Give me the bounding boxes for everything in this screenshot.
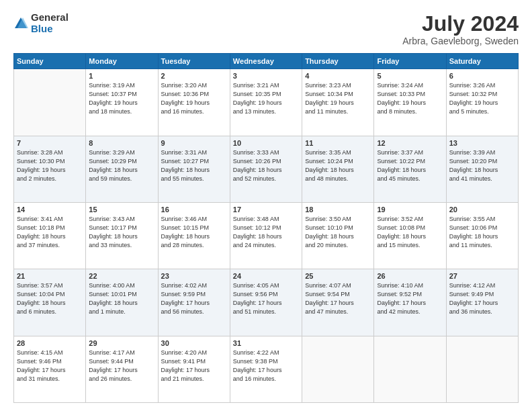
logo: General Blue <box>13 12 69 34</box>
col-wednesday: Wednesday <box>230 54 302 69</box>
logo-general: General <box>31 12 69 24</box>
logo-text: General Blue <box>31 12 69 34</box>
day-info: Sunrise: 4:10 AM Sunset: 9:52 PM Dayligh… <box>377 281 443 316</box>
day-number: 16 <box>161 205 227 214</box>
table-row: 9Sunrise: 3:31 AM Sunset: 10:27 PM Dayli… <box>158 136 230 202</box>
day-number: 7 <box>17 139 83 147</box>
day-number: 24 <box>233 272 299 280</box>
day-info: Sunrise: 3:24 AM Sunset: 10:33 PM Daylig… <box>377 81 443 116</box>
day-info: Sunrise: 3:31 AM Sunset: 10:27 PM Daylig… <box>161 148 227 183</box>
day-number: 15 <box>89 205 154 214</box>
table-row: 21Sunrise: 3:57 AM Sunset: 10:04 PM Dayl… <box>14 269 86 336</box>
table-row: 14Sunrise: 3:41 AM Sunset: 10:18 PM Dayl… <box>14 202 86 269</box>
day-number: 28 <box>17 339 83 347</box>
col-saturday: Saturday <box>446 54 518 69</box>
col-tuesday: Tuesday <box>158 54 230 69</box>
day-number: 14 <box>17 205 83 214</box>
day-number: 6 <box>449 72 515 80</box>
day-info: Sunrise: 3:20 AM Sunset: 10:36 PM Daylig… <box>161 81 227 116</box>
calendar-header-row: Sunday Monday Tuesday Wednesday Thursday… <box>14 54 519 69</box>
table-row <box>14 69 86 136</box>
day-info: Sunrise: 4:12 AM Sunset: 9:49 PM Dayligh… <box>449 281 515 316</box>
day-number: 30 <box>161 339 227 347</box>
day-info: Sunrise: 3:21 AM Sunset: 10:35 PM Daylig… <box>233 81 299 116</box>
table-row: 2Sunrise: 3:20 AM Sunset: 10:36 PM Dayli… <box>158 69 230 136</box>
calendar-week-row: 21Sunrise: 3:57 AM Sunset: 10:04 PM Dayl… <box>14 269 519 336</box>
day-info: Sunrise: 3:29 AM Sunset: 10:29 PM Daylig… <box>89 148 154 183</box>
table-row: 13Sunrise: 3:39 AM Sunset: 10:20 PM Dayl… <box>446 136 518 202</box>
table-row: 24Sunrise: 4:05 AM Sunset: 9:56 PM Dayli… <box>230 269 302 336</box>
calendar-table: Sunday Monday Tuesday Wednesday Thursday… <box>13 53 519 403</box>
day-number: 8 <box>89 139 154 147</box>
day-info: Sunrise: 3:37 AM Sunset: 10:22 PM Daylig… <box>377 148 443 183</box>
table-row: 11Sunrise: 3:35 AM Sunset: 10:24 PM Dayl… <box>302 136 374 202</box>
table-row: 26Sunrise: 4:10 AM Sunset: 9:52 PM Dayli… <box>374 269 446 336</box>
day-number: 18 <box>305 205 371 214</box>
page: General Blue July 2024 Arbra, Gaevleborg… <box>0 0 532 411</box>
col-thursday: Thursday <box>302 54 374 69</box>
table-row: 15Sunrise: 3:43 AM Sunset: 10:17 PM Dayl… <box>86 202 158 269</box>
day-info: Sunrise: 3:35 AM Sunset: 10:24 PM Daylig… <box>305 148 371 183</box>
table-row: 30Sunrise: 4:20 AM Sunset: 9:41 PM Dayli… <box>158 336 230 402</box>
calendar-week-row: 7Sunrise: 3:28 AM Sunset: 10:30 PM Dayli… <box>14 136 519 202</box>
day-info: Sunrise: 3:28 AM Sunset: 10:30 PM Daylig… <box>17 148 83 183</box>
day-number: 13 <box>449 139 515 147</box>
table-row: 16Sunrise: 3:46 AM Sunset: 10:15 PM Dayl… <box>158 202 230 269</box>
table-row: 7Sunrise: 3:28 AM Sunset: 10:30 PM Dayli… <box>14 136 86 202</box>
day-info: Sunrise: 3:19 AM Sunset: 10:37 PM Daylig… <box>89 81 154 116</box>
col-sunday: Sunday <box>14 54 86 69</box>
day-number: 25 <box>305 272 371 280</box>
day-number: 10 <box>233 139 299 147</box>
day-number: 5 <box>377 72 443 80</box>
day-info: Sunrise: 3:41 AM Sunset: 10:18 PM Daylig… <box>17 215 83 250</box>
calendar-week-row: 1Sunrise: 3:19 AM Sunset: 10:37 PM Dayli… <box>14 69 519 136</box>
header: General Blue July 2024 Arbra, Gaevleborg… <box>13 12 519 46</box>
day-info: Sunrise: 3:46 AM Sunset: 10:15 PM Daylig… <box>161 215 227 250</box>
day-number: 20 <box>449 205 515 214</box>
location: Arbra, Gaevleborg, Sweden <box>402 36 519 46</box>
day-number: 4 <box>305 72 371 80</box>
day-info: Sunrise: 3:43 AM Sunset: 10:17 PM Daylig… <box>89 215 154 250</box>
table-row: 5Sunrise: 3:24 AM Sunset: 10:33 PM Dayli… <box>374 69 446 136</box>
day-info: Sunrise: 3:48 AM Sunset: 10:12 PM Daylig… <box>233 215 299 250</box>
table-row: 28Sunrise: 4:15 AM Sunset: 9:46 PM Dayli… <box>14 336 86 402</box>
day-number: 11 <box>305 139 371 147</box>
calendar-week-row: 14Sunrise: 3:41 AM Sunset: 10:18 PM Dayl… <box>14 202 519 269</box>
table-row: 6Sunrise: 3:26 AM Sunset: 10:32 PM Dayli… <box>446 69 518 136</box>
day-number: 26 <box>377 272 443 280</box>
table-row: 17Sunrise: 3:48 AM Sunset: 10:12 PM Dayl… <box>230 202 302 269</box>
day-number: 3 <box>233 72 299 80</box>
month-year: July 2024 <box>402 12 519 36</box>
table-row: 29Sunrise: 4:17 AM Sunset: 9:44 PM Dayli… <box>86 336 158 402</box>
day-info: Sunrise: 4:00 AM Sunset: 10:01 PM Daylig… <box>89 281 154 316</box>
day-info: Sunrise: 4:22 AM Sunset: 9:38 PM Dayligh… <box>233 349 299 383</box>
col-friday: Friday <box>374 54 446 69</box>
day-number: 1 <box>89 72 154 80</box>
day-number: 29 <box>89 339 154 347</box>
day-number: 27 <box>449 272 515 280</box>
table-row: 4Sunrise: 3:23 AM Sunset: 10:34 PM Dayli… <box>302 69 374 136</box>
table-row: 25Sunrise: 4:07 AM Sunset: 9:54 PM Dayli… <box>302 269 374 336</box>
table-row: 19Sunrise: 3:52 AM Sunset: 10:08 PM Dayl… <box>374 202 446 269</box>
day-info: Sunrise: 3:55 AM Sunset: 10:06 PM Daylig… <box>449 215 515 250</box>
table-row: 12Sunrise: 3:37 AM Sunset: 10:22 PM Dayl… <box>374 136 446 202</box>
table-row: 8Sunrise: 3:29 AM Sunset: 10:29 PM Dayli… <box>86 136 158 202</box>
day-info: Sunrise: 4:05 AM Sunset: 9:56 PM Dayligh… <box>233 281 299 316</box>
table-row: 31Sunrise: 4:22 AM Sunset: 9:38 PM Dayli… <box>230 336 302 402</box>
day-info: Sunrise: 3:50 AM Sunset: 10:10 PM Daylig… <box>305 215 371 250</box>
day-number: 19 <box>377 205 443 214</box>
table-row: 10Sunrise: 3:33 AM Sunset: 10:26 PM Dayl… <box>230 136 302 202</box>
day-info: Sunrise: 4:07 AM Sunset: 9:54 PM Dayligh… <box>305 281 371 316</box>
logo-blue: Blue <box>31 24 69 35</box>
table-row: 27Sunrise: 4:12 AM Sunset: 9:49 PM Dayli… <box>446 269 518 336</box>
logo-icon <box>13 16 28 31</box>
day-info: Sunrise: 4:17 AM Sunset: 9:44 PM Dayligh… <box>89 349 154 383</box>
day-number: 21 <box>17 272 83 280</box>
table-row: 3Sunrise: 3:21 AM Sunset: 10:35 PM Dayli… <box>230 69 302 136</box>
day-info: Sunrise: 4:15 AM Sunset: 9:46 PM Dayligh… <box>17 349 83 383</box>
day-info: Sunrise: 3:26 AM Sunset: 10:32 PM Daylig… <box>449 81 515 116</box>
day-info: Sunrise: 3:23 AM Sunset: 10:34 PM Daylig… <box>305 81 371 116</box>
day-info: Sunrise: 3:57 AM Sunset: 10:04 PM Daylig… <box>17 281 83 316</box>
table-row: 23Sunrise: 4:02 AM Sunset: 9:59 PM Dayli… <box>158 269 230 336</box>
table-row: 18Sunrise: 3:50 AM Sunset: 10:10 PM Dayl… <box>302 202 374 269</box>
